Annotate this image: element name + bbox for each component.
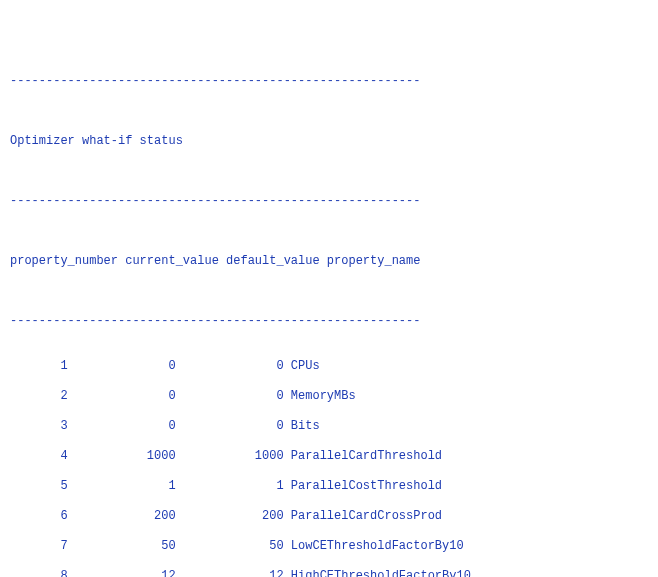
- blank-line: [10, 404, 648, 419]
- separator-top: ----------------------------------------…: [10, 74, 648, 89]
- blank-line: [10, 434, 648, 449]
- blank-line: [10, 464, 648, 479]
- table-row: 8 12 12 HighCEThresholdFactorBy10: [10, 569, 648, 577]
- page-title: Optimizer what-if status: [10, 134, 648, 149]
- blank-line: [10, 524, 648, 539]
- table-row: 4 1000 1000 ParallelCardThreshold: [10, 449, 648, 464]
- table-row: 5 1 1 ParallelCostThreshold: [10, 479, 648, 494]
- separator-bottom: ----------------------------------------…: [10, 314, 648, 329]
- blank-line: [10, 344, 648, 359]
- blank-line: [10, 554, 648, 569]
- column-header: property_number current_value default_va…: [10, 254, 648, 269]
- blank-line: [10, 224, 648, 239]
- blank-line: [10, 374, 648, 389]
- blank-line: [10, 104, 648, 119]
- separator-mid: ----------------------------------------…: [10, 194, 648, 209]
- blank-line: [10, 494, 648, 509]
- table-row: 3 0 0 Bits: [10, 419, 648, 434]
- table-row: 2 0 0 MemoryMBs: [10, 389, 648, 404]
- blank-line: [10, 164, 648, 179]
- table-row: 7 50 50 LowCEThresholdFactorBy10: [10, 539, 648, 554]
- table-row: 6 200 200 ParallelCardCrossProd: [10, 509, 648, 524]
- table-row: 1 0 0 CPUs: [10, 359, 648, 374]
- blank-line: [10, 284, 648, 299]
